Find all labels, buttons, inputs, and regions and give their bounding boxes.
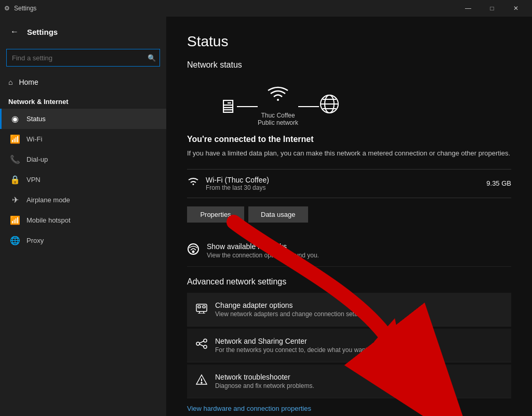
svg-rect-11 [198, 306, 201, 308]
airplane-icon: ✈ [10, 195, 20, 205]
svg-point-13 [196, 342, 200, 345]
adapter-icon [195, 302, 208, 316]
sidebar: ← Settings 🔍 ⌂ Home Network & Internet ◉… [0, 17, 166, 416]
wifi-row-name: Wi-Fi (Thuc Coffee) [206, 176, 269, 184]
svg-point-6 [193, 251, 194, 252]
window-controls: — □ ✕ [456, 0, 528, 17]
troubleshooter-icon [195, 374, 208, 388]
sidebar-item-label: Wi-Fi [26, 135, 42, 143]
troubleshooter-text: Network troubleshooter Diagnose and fix … [215, 373, 314, 389]
svg-line-17 [200, 344, 204, 346]
main-content: Status Network status 🖥 Thuc Coffee Publ… [166, 17, 532, 416]
wifi-info-row: Wi-Fi (Thuc Coffee) From the last 30 day… [187, 169, 511, 198]
wifi-block: Thuc Coffee Public network [258, 86, 298, 126]
globe-icon [319, 94, 340, 119]
sidebar-item-label: Proxy [26, 237, 44, 244]
sidebar-item-label: Dial-up [26, 155, 48, 163]
svg-point-14 [204, 339, 207, 342]
sidebar-item-label: Status [26, 115, 46, 123]
svg-rect-12 [203, 306, 205, 308]
sharing-text: Network and Sharing Center For the netwo… [215, 337, 393, 354]
network-line-2 [298, 106, 319, 107]
sharing-sub: For the networks you connect to, decide … [215, 346, 393, 354]
wifi-row-info: Wi-Fi (Thuc Coffee) From the last 30 day… [206, 176, 269, 191]
home-button[interactable]: ⌂ Home [0, 73, 166, 92]
search-box: 🔍 [6, 49, 160, 67]
network-diagram: 🖥 Thuc Coffee Public network [187, 78, 511, 131]
show-available-networks[interactable]: Show available networks View the connect… [187, 235, 511, 267]
minimize-button[interactable]: — [456, 0, 480, 17]
sidebar-title: Settings [27, 28, 58, 36]
available-networks-icon [187, 243, 200, 257]
maximize-button[interactable]: □ [480, 0, 504, 17]
advanced-settings-title: Advanced network settings [187, 277, 511, 287]
settings-app-icon: ⚙ [4, 5, 10, 12]
data-usage-button[interactable]: Data usage [248, 206, 308, 223]
connected-desc: If you have a limited data plan, you can… [187, 148, 511, 159]
network-sharing-center[interactable]: Network and Sharing Center For the netwo… [187, 329, 511, 362]
properties-button[interactable]: Properties [187, 206, 244, 223]
sidebar-section-label: Network & Internet [0, 92, 166, 109]
network-status-title: Network status [187, 60, 511, 70]
sidebar-item-proxy[interactable]: 🌐 Proxy [0, 230, 166, 251]
home-icon: ⌂ [8, 78, 12, 86]
adapter-text: Change adapter options View network adap… [215, 301, 369, 318]
svg-line-16 [200, 341, 204, 343]
status-icon: ◉ [10, 114, 20, 124]
connected-title: You're connected to the Internet [187, 135, 511, 144]
proxy-icon: 🌐 [10, 236, 20, 245]
wifi-signal-icon [268, 86, 288, 110]
wifi-row-sub: From the last 30 days [206, 184, 269, 191]
network-line-1 [237, 106, 258, 107]
sidebar-item-hotspot[interactable]: 📶 Mobile hotspot [0, 210, 166, 230]
title-bar-title: Settings [14, 5, 36, 12]
show-available-title: Show available networks [207, 242, 319, 251]
hotspot-icon: 📶 [10, 215, 20, 225]
sidebar-item-airplane[interactable]: ✈ Airplane mode [0, 190, 166, 210]
back-button[interactable]: ← [8, 25, 21, 38]
search-icon: 🔍 [148, 54, 156, 62]
vpn-icon: 🔒 [10, 175, 20, 185]
svg-point-15 [204, 345, 207, 348]
network-name-label: Thuc Coffee Public network [258, 112, 298, 126]
sidebar-item-label: VPN [26, 176, 41, 184]
sidebar-item-dialup[interactable]: 📞 Dial-up [0, 149, 166, 170]
home-label: Home [19, 78, 38, 86]
troubleshooter-sub: Diagnose and fix network problems. [215, 382, 314, 389]
sharing-title: Network and Sharing Center [215, 337, 393, 345]
search-input[interactable] [6, 49, 160, 67]
svg-point-20 [201, 382, 202, 383]
troubleshooter-title: Network troubleshooter [215, 373, 314, 381]
show-available-sub: View the connection options around you. [207, 252, 319, 259]
adapter-title: Change adapter options [215, 301, 369, 309]
dialup-icon: 📞 [10, 154, 20, 164]
sidebar-item-label: Mobile hotspot [26, 216, 71, 224]
change-adapter-options[interactable]: Change adapter options View network adap… [187, 293, 511, 327]
action-buttons: Properties Data usage [187, 206, 511, 223]
wifi-icon: 📶 [10, 134, 20, 144]
close-button[interactable]: ✕ [504, 0, 528, 17]
sidebar-header: ← Settings [0, 17, 166, 47]
sidebar-item-wifi[interactable]: 📶 Wi-Fi [0, 129, 166, 149]
page-title: Status [187, 33, 511, 50]
wifi-data-usage: 9.35 GB [486, 179, 511, 187]
sidebar-item-label: Airplane mode [26, 196, 70, 204]
title-bar: ⚙ Settings — □ ✕ [0, 0, 532, 17]
sharing-icon [195, 338, 208, 352]
adapter-sub: View network adapters and change connect… [215, 310, 369, 318]
sidebar-item-status[interactable]: ◉ Status [0, 109, 166, 129]
computer-icon: 🖥 [218, 96, 237, 118]
sidebar-item-vpn[interactable]: 🔒 VPN [0, 170, 166, 190]
show-available-text: Show available networks View the connect… [207, 242, 319, 259]
view-hardware-link[interactable]: View hardware and connection properties [187, 405, 311, 412]
network-troubleshooter[interactable]: Network troubleshooter Diagnose and fix … [187, 365, 511, 398]
wifi-row-icon [187, 176, 200, 191]
